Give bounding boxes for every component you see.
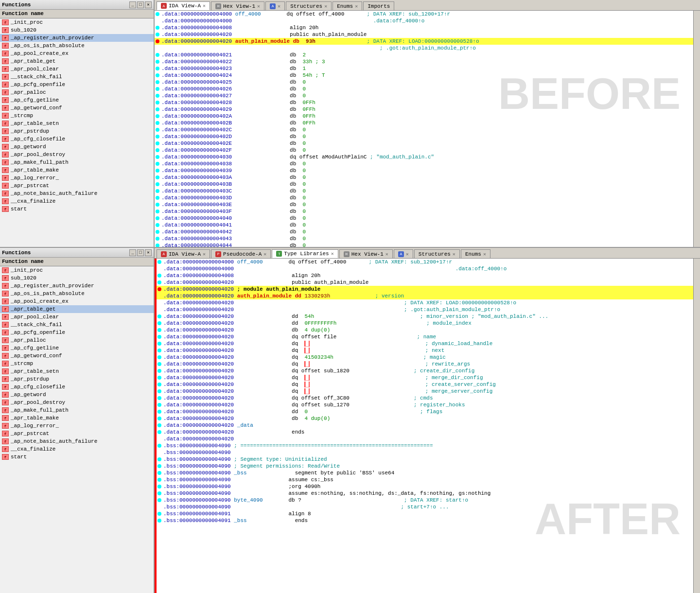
tab-type-libraries-bottom[interactable]: T Type Libraries ✕ [272, 249, 338, 258]
func-item[interactable]: f _init_proc [0, 266, 154, 274]
func-icon: f [2, 66, 9, 72]
tab-structures-bottom[interactable]: Structures ✕ [414, 249, 460, 258]
tab-close[interactable]: ✕ [406, 251, 409, 257]
maximize-btn-bottom[interactable]: □ [137, 249, 144, 256]
func-item[interactable]: f _apr_table_make [0, 414, 154, 422]
func-item[interactable]: f _strcmp [0, 112, 154, 120]
func-item[interactable]: f _ap_getword_conf [0, 352, 154, 360]
func-item[interactable]: f _apr_pool_clear [0, 313, 154, 321]
func-item[interactable]: f _strcmp [0, 360, 154, 367]
tab-ida-view-a-bottom[interactable]: A IDA View-A ✕ [157, 249, 210, 258]
func-item[interactable]: f _ap_cfg_closefile [0, 383, 154, 391]
func-item[interactable]: f _ap_cfg_getline [0, 96, 154, 104]
close-btn-bottom[interactable]: ✕ [145, 249, 152, 256]
code-line: .data:0000000000004044 db 0 [155, 242, 693, 247]
func-item[interactable]: f _apr_table_setn [0, 120, 154, 127]
func-item[interactable]: f start [0, 205, 154, 213]
func-name: _apr_pstrcat [11, 431, 49, 436]
func-item-selected-bottom[interactable]: f _apr_table_get [0, 305, 154, 313]
tab-close[interactable]: ✕ [453, 251, 455, 257]
tab-imports-top[interactable]: Imports [363, 1, 394, 10]
func-item[interactable]: f _apr_table_setn [0, 367, 154, 375]
func-item[interactable]: f sub_1020 [0, 274, 154, 282]
func-item[interactable]: f _ap_os_is_path_absolute [0, 42, 154, 50]
code-area-top[interactable]: .data:0000000000004000 off_4000 dq offse… [155, 11, 693, 247]
tab-close[interactable]: ✕ [324, 3, 327, 9]
tab-a-bottom[interactable]: A ✕ [394, 249, 413, 258]
func-item[interactable]: f __stack_chk_fail [0, 321, 154, 329]
code-line: .data:0000000000004025 db 0 [155, 79, 693, 86]
func-item[interactable]: f _ap_getword [0, 143, 154, 151]
func-item[interactable]: f _apr_pool_clear [0, 65, 154, 73]
func-item[interactable]: f __stack_chk_fail [0, 73, 154, 81]
close-btn-top[interactable]: ✕ [145, 1, 152, 8]
func-item[interactable]: f _apr_pstrdup [0, 127, 154, 135]
func-item[interactable]: f _ap_getword_conf [0, 104, 154, 112]
func-item[interactable]: f _ap_log_rerror_ [0, 422, 154, 430]
tab-ida-view-a-top[interactable]: A IDA View-A ✕ [157, 1, 210, 10]
func-item[interactable]: f _ap_pcfg_openfile [0, 81, 154, 88]
scrollbar-top[interactable] [693, 11, 700, 247]
func-item[interactable]: f _init_proc [0, 18, 154, 26]
func-item[interactable]: f sub_1020 [0, 26, 154, 34]
func-item[interactable]: f _apr_pool_destroy [0, 399, 154, 406]
tab-pseudocode-bottom[interactable]: P Pseudocode-A ✕ [211, 249, 271, 258]
func-item[interactable]: f _ap_make_full_path [0, 406, 154, 414]
scrollbar-bottom[interactable] [693, 259, 700, 593]
ida-icon-top: A [161, 3, 167, 9]
minimize-btn-bottom[interactable]: _ [129, 249, 136, 256]
func-item[interactable]: f _apr_palloc [0, 88, 154, 96]
func-item[interactable]: f start [0, 453, 154, 461]
tab-close-top[interactable]: ✕ [203, 3, 206, 9]
func-name: _ap_getword_conf [11, 105, 62, 111]
func-item[interactable]: f _ap_getword [0, 391, 154, 399]
func-item[interactable]: f _ap_note_basic_auth_failure [0, 437, 154, 445]
tab-close[interactable]: ✕ [257, 3, 260, 9]
tab-close[interactable]: ✕ [355, 3, 358, 9]
func-item[interactable]: f _ap_pcfg_openfile [0, 329, 154, 336]
func-icon: f [2, 330, 9, 335]
func-item[interactable]: f _apr_pool_destroy [0, 151, 154, 158]
maximize-btn-top[interactable]: □ [137, 1, 144, 8]
tab-a-top[interactable]: A ✕ [265, 1, 285, 10]
func-item[interactable]: f _apr_palloc [0, 336, 154, 344]
func-item[interactable]: f _apr_table_make [0, 166, 154, 174]
func-item[interactable]: f __cxa_finalize [0, 445, 154, 453]
tab-structures-top[interactable]: Structures ✕ [286, 1, 332, 10]
tab-label: Imports [368, 3, 390, 9]
tab-close[interactable]: ✕ [483, 251, 486, 257]
func-item-selected[interactable]: f _ap_register_auth_provider [0, 34, 154, 42]
func-name: _ap_getword [11, 392, 46, 398]
func-item[interactable]: f _ap_log_rerror_ [0, 174, 154, 182]
func-item[interactable]: f __cxa_finalize [0, 197, 154, 205]
func-item[interactable]: f _ap_pool_create_ex [0, 50, 154, 57]
func-item[interactable]: f _apr_table_get [0, 57, 154, 65]
minimize-btn-top[interactable]: _ [129, 1, 136, 8]
func-name: _apr_pool_clear [11, 66, 59, 72]
func-item[interactable]: f _ap_cfg_closefile [0, 135, 154, 143]
tab-close[interactable]: ✕ [278, 3, 280, 9]
func-item[interactable]: f _apr_pstrcat [0, 430, 154, 437]
tab-close[interactable]: ✕ [385, 251, 388, 257]
tab-enums-top[interactable]: Enums ✕ [332, 1, 362, 10]
code-line-highlighted: .data:0000000000004020 auth_plain_module… [155, 38, 693, 45]
func-item[interactable]: f _ap_note_basic_auth_failure [0, 190, 154, 197]
func-name: _apr_pool_clear [11, 314, 59, 320]
tab-hex-view-bottom[interactable]: H Hex View-1 ✕ [339, 249, 393, 258]
func-item[interactable]: f _apr_pstrcat [0, 182, 154, 190]
code-line: .data:0000000000004020 dq offset file ; … [157, 333, 693, 340]
code-area-bottom[interactable]: .data:0000000000004000 off_4000 dq offse… [157, 259, 693, 593]
tab-close[interactable]: ✕ [331, 251, 334, 257]
func-item[interactable]: f _ap_pool_create_ex [0, 297, 154, 305]
code-line: .bss:0000000000004090 [157, 449, 693, 456]
tab-close[interactable]: ✕ [203, 251, 206, 257]
ida-icon-bottom: A [161, 251, 167, 257]
func-item[interactable]: f _apr_pstrdup [0, 375, 154, 383]
tab-close[interactable]: ✕ [263, 251, 266, 257]
tab-enums-bottom[interactable]: Enums ✕ [461, 249, 490, 258]
func-item[interactable]: f _ap_cfg_getline [0, 344, 154, 352]
tab-hex-view-top[interactable]: H Hex View-1 ✕ [211, 1, 264, 10]
func-item[interactable]: f _ap_os_is_path_absolute [0, 290, 154, 297]
func-item[interactable]: f _ap_register_auth_provider [0, 282, 154, 290]
func-item[interactable]: f _ap_make_full_path [0, 158, 154, 166]
